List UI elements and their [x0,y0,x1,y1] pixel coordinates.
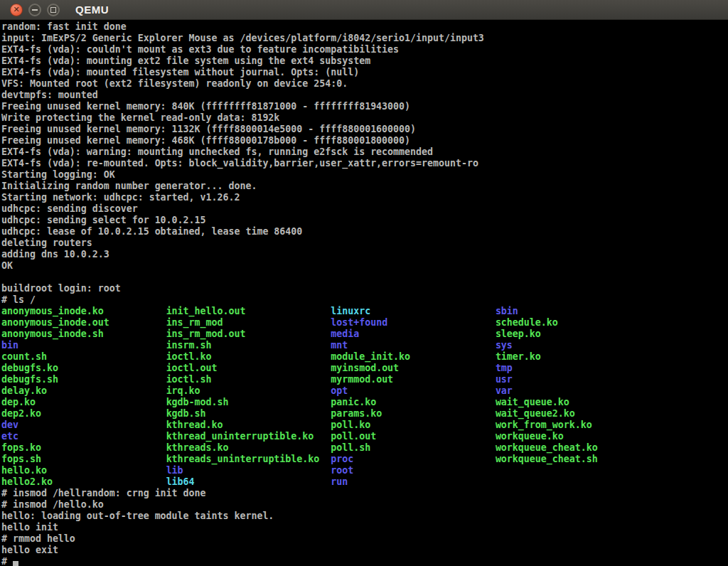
ls-entry: debugfs.ko [1,363,166,373]
ls-entry: linuxrc [331,306,496,316]
ls-entry: myrmmod.out [331,374,496,385]
ls-entry: hello2.ko [1,476,166,487]
qemu-window: ✕ QEMU random: fast init doneinput: ImEx… [0,0,728,566]
ls-entry: kthread.ko [166,420,331,430]
ls-entry: workqueue.ko [496,431,564,442]
ls-entry: kthreads.ko [166,442,331,453]
terminal-line: bin insrm.sh mnt sys [1,340,728,351]
ls-entry: anonymous_inode.out [1,317,166,328]
terminal-line: fops.ko kthreads.ko poll.sh workqueue_ch… [1,442,728,454]
terminal-line: EXT4-fs (vda): re-mounted. Opts: block_v… [1,158,728,169]
terminal-line: input: ImExPS/2 Generic Explorer Mouse a… [1,33,728,44]
terminal-line: hello2.ko lib64 run [1,476,728,488]
ls-entry: dev [1,420,166,430]
terminal-screen[interactable]: random: fast init doneinput: ImExPS/2 Ge… [0,20,728,566]
terminal-line: OK [1,260,728,272]
terminal-line: udhcpc: sending select for 10.0.2.15 [1,215,728,226]
ls-entry: mnt [331,340,496,351]
console-text: Freeing unused kernel memory: 468K (ffff… [1,135,410,146]
terminal-line: deleting routers [1,237,728,249]
terminal-line: Starting network: udhcpc: started, v1.26… [1,192,728,203]
ls-entry: poll.out [331,431,496,442]
console-text: EXT4-fs (vda): couldn't mount as ext3 du… [1,44,399,55]
terminal-line: etc kthread_uninterruptible.ko poll.out … [1,431,728,442]
ls-entry: ins_rm_mod.out [166,329,331,339]
console-text: EXT4-fs (vda): re-mounted. Opts: block_v… [1,158,478,169]
ls-entry: ioctl.ko [166,351,331,362]
ls-entry: workqueue_cheat.ko [496,442,598,453]
ls-entry: lost+found [331,317,496,328]
console-text: adding dns 10.0.2.3 [1,249,109,260]
ls-entry: schedule.ko [496,317,558,328]
ls-entry: etc [1,431,166,442]
console-text: EXT4-fs (vda): warning: mounting uncheck… [1,146,433,157]
terminal-line: EXT4-fs (vda): couldn't mount as ext3 du… [1,44,728,55]
terminal-cursor [13,561,18,566]
close-button[interactable]: ✕ [10,4,23,16]
ls-entry: hello.ko [1,465,166,476]
terminal-line: hello init [1,522,728,533]
console-text: # insmod /hello.ko [1,499,104,510]
ls-entry: ioctl.out [166,363,331,373]
terminal-line: hello.ko lib root [1,465,728,476]
ls-entry: lib64 [166,476,331,487]
maximize-icon [50,7,56,13]
ls-entry: init_hello.out [166,306,331,316]
ls-entry: anonymous_inode.sh [1,329,166,339]
terminal-line: count.sh ioctl.ko module_init.ko timer.k… [1,351,728,363]
console-text: Write protecting the kernel read-only da… [1,112,279,123]
terminal-line: udhcpc: lease of 10.0.2.15 obtained, lea… [1,226,728,237]
ls-entry: lib [166,465,331,476]
terminal-line: Initializing random number generator... … [1,181,728,192]
terminal-line: # [1,556,728,566]
ls-entry: wait_queue2.ko [496,408,575,419]
console-text: deleting routers [1,237,92,248]
ls-entry: ioctl.sh [166,374,331,385]
ls-entry: kgdb.sh [166,408,331,419]
terminal-line: hello: loading out-of-tree module taints… [1,511,728,522]
terminal-line: adding dns 10.0.2.3 [1,249,728,260]
terminal-line: # rmmod hello [1,533,728,545]
terminal-line: debugfs.sh ioctl.sh myrmmod.out usr [1,374,728,385]
ls-entry: workqueue_cheat.sh [496,454,598,464]
terminal-line: anonymous_inode.out ins_rm_mod lost+foun… [1,317,728,329]
ls-entry: poll.sh [331,442,496,453]
ls-entry: timer.ko [496,351,541,362]
ls-entry: panic.ko [331,397,496,407]
terminal-line: Freeing unused kernel memory: 1132K (fff… [1,124,728,135]
console-text: OK [1,260,13,271]
minimize-button[interactable] [28,4,41,16]
ls-entry: proc [331,454,496,464]
ls-entry: kthread_uninterruptible.ko [166,431,331,442]
ls-entry: tmp [496,363,513,373]
ls-entry: irq.ko [166,385,331,396]
ls-entry: sys [496,340,513,351]
ls-entry: sleep.ko [496,329,541,339]
minimize-icon [32,9,38,11]
maximize-button[interactable] [47,4,60,16]
terminal-line: # insmod /hello.ko [1,499,728,511]
ls-entry: wait_queue.ko [496,397,569,407]
close-icon: ✕ [13,6,19,14]
terminal-line: Starting logging: OK [1,169,728,181]
terminal-line: udhcpc: sending discover [1,203,728,215]
terminal-line: EXT4-fs (vda): mounting ext2 file system… [1,55,728,67]
terminal-line: hello exit [1,545,728,556]
ls-entry: fops.sh [1,454,166,464]
terminal-line: anonymous_inode.sh ins_rm_mod.out media … [1,329,728,340]
window-titlebar[interactable]: ✕ QEMU [0,0,728,20]
console-text: # insmod /hellrandom: crng init done [1,488,206,498]
terminal-line: Freeing unused kernel memory: 468K (ffff… [1,135,728,146]
terminal-line: random: fast init done [1,21,728,33]
terminal-line: devtmpfs: mounted [1,90,728,101]
ls-entry: count.sh [1,351,166,362]
terminal-line: # insmod /hellrandom: crng init done [1,488,728,499]
ls-entry: root [331,465,353,476]
terminal-line: dev kthread.ko poll.ko work_from_work.ko [1,420,728,431]
terminal-line: fops.sh kthreads_uninterruptible.ko proc… [1,454,728,465]
terminal-line: dep.ko kgdb-mod.sh panic.ko wait_queue.k… [1,397,728,408]
terminal-line: buildroot login: root [1,283,728,294]
terminal-line: Freeing unused kernel memory: 840K (ffff… [1,101,728,112]
terminal-line [1,272,728,283]
ls-entry: poll.ko [331,420,496,430]
